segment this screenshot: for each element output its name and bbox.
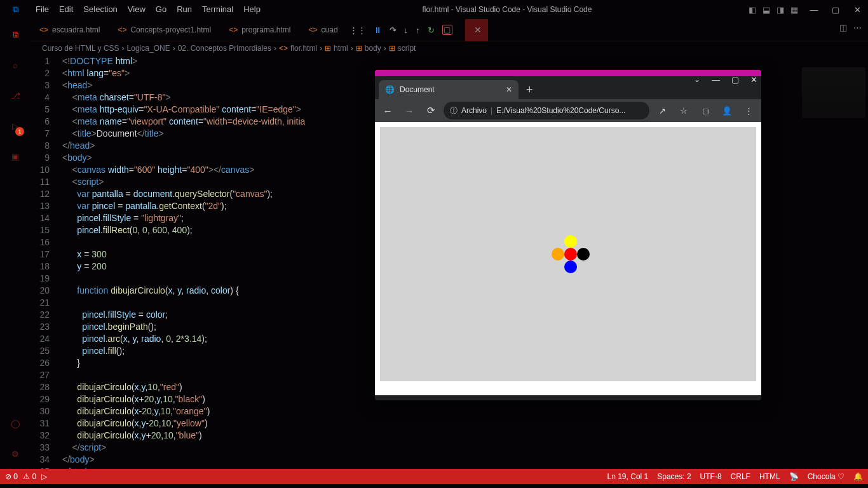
explorer-icon[interactable]: 🗎	[0, 19, 31, 50]
tab-label: programa.html	[241, 25, 290, 34]
bookmark-icon[interactable]: ☆	[675, 106, 693, 116]
menu-edit[interactable]: Edit	[54, 0, 78, 19]
warning-count-icon[interactable]: ⚠ 0	[23, 472, 36, 481]
step-into-icon[interactable]: ↓	[404, 25, 409, 35]
crumb[interactable]: html	[334, 44, 348, 53]
browser-tab-title: Document	[400, 85, 435, 94]
panel-left-icon[interactable]: ◧	[749, 5, 756, 15]
error-count-icon[interactable]: ⊘ 0	[5, 472, 18, 481]
url-bar[interactable]: ⓘ Archivo | E:/Visual%20Studio%20Code/Cu…	[444, 102, 649, 119]
drag-handle-icon[interactable]: ⋮⋮	[349, 25, 366, 35]
crumb[interactable]: 02. Conceptos Primordiales	[178, 44, 271, 53]
profile-icon[interactable]: 👤	[718, 106, 736, 116]
crumb[interactable]: body	[365, 44, 381, 53]
circle-yellow	[564, 235, 577, 248]
chevron-down-icon[interactable]: ⌄	[694, 75, 700, 85]
indentation[interactable]: Spaces: 2	[657, 472, 691, 481]
theme-love[interactable]: Chocola ♡	[808, 472, 844, 481]
status-bar: ⊘ 0 ⚠ 0 ▷ Ln 19, Col 1 Spaces: 2 UTF-8 C…	[0, 469, 868, 484]
search-icon[interactable]: ⌕	[0, 50, 31, 80]
extensions-icon[interactable]: ◻	[696, 106, 714, 116]
more-actions-icon[interactable]: ⋯	[853, 23, 862, 32]
step-over-icon[interactable]: ↷	[390, 25, 397, 35]
menu-view[interactable]: View	[123, 0, 151, 19]
maximize-icon[interactable]: ▢	[825, 0, 846, 19]
menu-terminal[interactable]: Terminal	[197, 0, 238, 19]
back-icon[interactable]: ←	[379, 105, 397, 116]
forward-icon[interactable]: →	[400, 105, 418, 116]
tab-label: Concepts-proyect1.html	[130, 25, 211, 34]
tab-cuad[interactable]: <>cuad ⋮⋮ ⏸ ↷ ↓ ↑ ↻ ▢	[300, 19, 465, 41]
vscode-logo-icon: ⧉	[0, 4, 31, 15]
url-label: Archivo	[461, 106, 487, 115]
browser-window[interactable]: ⌄ — ▢ ✕ 🌐 Document ✕ + ← → ⟳ ⓘ Archivo |…	[375, 70, 761, 400]
window-title: flor.html - Visual Studio Code - Visual …	[266, 5, 749, 14]
source-control-icon[interactable]: ⎇	[0, 80, 31, 111]
breadcrumb[interactable]: Curso de HTML y CSS› Logica_ONE› 02. Con…	[31, 41, 868, 55]
circle-blue	[564, 261, 577, 273]
menu-run[interactable]: Run	[172, 0, 197, 19]
step-out-icon[interactable]: ↑	[416, 25, 420, 35]
menu-go[interactable]: Go	[151, 0, 172, 19]
debug-toolbar: ⋮⋮ ⏸ ↷ ↓ ↑ ↻ ▢	[346, 25, 456, 35]
activity-bar: 🗎 ⌕ ⎇ ▷1 ▣ ◯ ⚙	[0, 19, 31, 469]
tab-label: cuad	[322, 25, 338, 34]
code-icon: ⊞	[356, 44, 362, 53]
minimize-icon[interactable]: —	[712, 75, 720, 85]
close-tab-icon[interactable]: ✕	[506, 85, 512, 94]
panel-right-icon[interactable]: ◨	[776, 5, 784, 15]
info-icon[interactable]: ⓘ	[450, 105, 458, 116]
title-bar: ⧉ File Edit Selection View Go Run Termin…	[0, 0, 868, 19]
disconnect-icon[interactable]: ▢	[442, 25, 452, 35]
language-mode[interactable]: HTML	[759, 472, 780, 481]
minimap[interactable]	[802, 67, 865, 118]
crumb[interactable]: flor.html	[290, 44, 317, 53]
html-file-icon: <>	[229, 25, 238, 34]
browser-tab[interactable]: 🌐 Document ✕	[379, 80, 519, 99]
close-tab-icon[interactable]: ✕	[474, 25, 482, 35]
html-file-icon: <>	[39, 25, 48, 34]
maximize-icon[interactable]: ▢	[731, 75, 739, 85]
menu-bar: File Edit Selection View Go Run Terminal…	[31, 0, 266, 19]
close-icon[interactable]: ✕	[846, 0, 868, 19]
tab-concepts[interactable]: <>Concepts-proyect1.html	[109, 19, 220, 41]
browser-viewport	[375, 122, 761, 395]
tab-programa[interactable]: <>programa.html	[220, 19, 299, 41]
share-icon[interactable]: ↗	[653, 106, 671, 116]
crumb[interactable]: script	[398, 44, 416, 53]
cursor-position[interactable]: Ln 19, Col 1	[607, 472, 649, 481]
minimize-icon[interactable]: —	[803, 0, 825, 19]
active-tab-close[interactable]: ✕	[465, 19, 488, 41]
layout-grid-icon[interactable]: ▦	[790, 5, 798, 15]
browser-toolbar: ← → ⟳ ⓘ Archivo | E:/Visual%20Studio%20C…	[375, 99, 761, 122]
layout-buttons: ◧ ⬓ ◨ ▦	[749, 5, 798, 15]
crumb[interactable]: Curso de HTML y CSS	[42, 44, 119, 53]
circle-red	[564, 248, 577, 261]
new-tab-button[interactable]: +	[519, 80, 541, 99]
debug-console-icon[interactable]: ▷	[41, 472, 47, 481]
run-debug-icon[interactable]: ▷1	[0, 111, 31, 141]
menu-help[interactable]: Help	[238, 0, 266, 19]
globe-icon: 🌐	[385, 85, 395, 94]
go-live-icon[interactable]: 📡	[789, 472, 799, 481]
html-file-icon: <>	[309, 25, 318, 34]
close-icon[interactable]: ✕	[750, 75, 757, 85]
eol[interactable]: CRLF	[731, 472, 750, 481]
kebab-menu-icon[interactable]: ⋮	[740, 106, 757, 116]
tab-escuadra[interactable]: <>escuadra.html	[31, 19, 109, 41]
menu-file[interactable]: File	[31, 0, 54, 19]
split-editor-icon[interactable]: ◫	[839, 23, 847, 32]
panel-bottom-icon[interactable]: ⬓	[763, 5, 770, 15]
accounts-icon[interactable]: ◯	[0, 408, 31, 438]
circle-orange	[552, 248, 564, 261]
extensions-icon[interactable]: ▣	[0, 141, 31, 172]
menu-selection[interactable]: Selection	[78, 0, 122, 19]
restart-icon[interactable]: ↻	[428, 25, 435, 35]
reload-icon[interactable]: ⟳	[422, 105, 440, 116]
code-icon: ⊞	[325, 44, 331, 53]
pause-icon[interactable]: ⏸	[374, 25, 382, 35]
crumb[interactable]: Logica_ONE	[127, 44, 170, 53]
notifications-icon[interactable]: 🔔	[853, 472, 863, 481]
settings-gear-icon[interactable]: ⚙	[0, 438, 31, 469]
encoding[interactable]: UTF-8	[700, 472, 722, 481]
